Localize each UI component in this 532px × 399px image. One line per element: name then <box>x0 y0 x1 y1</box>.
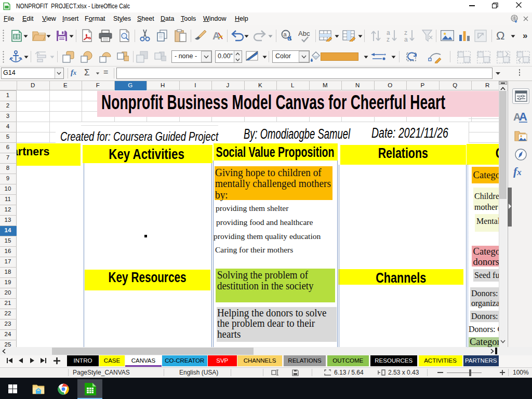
svg-text:a: a <box>404 36 408 43</box>
svg-text:a: a <box>284 31 287 37</box>
svg-text:Abc: Abc <box>298 30 310 37</box>
svg-text:d: d <box>287 34 291 42</box>
svg-text:A: A <box>519 110 527 123</box>
svg-text:a: a <box>387 29 390 36</box>
svg-text:z: z <box>404 29 407 36</box>
svg-text:A: A <box>212 30 220 42</box>
svg-text:z: z <box>387 36 390 43</box>
